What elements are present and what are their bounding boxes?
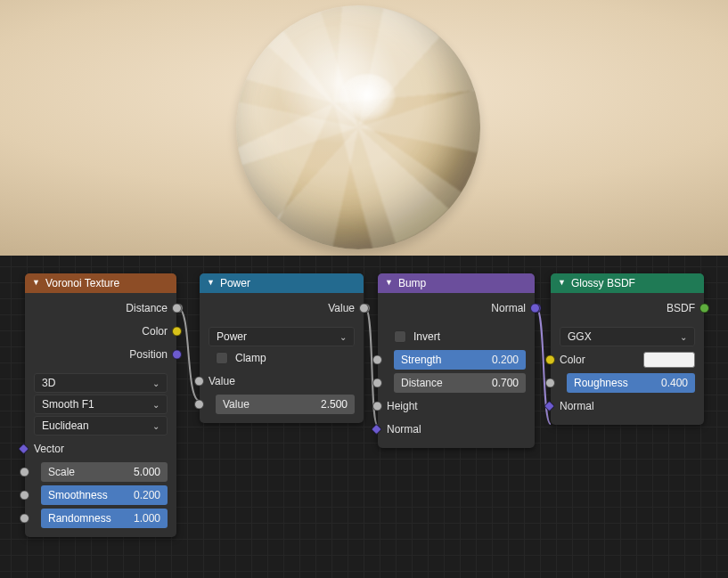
node-header[interactable]: ▼ Voronoi Texture bbox=[25, 273, 176, 293]
output-value[interactable]: Value bbox=[200, 297, 364, 320]
node-voronoi-texture[interactable]: ▼ Voronoi Texture Distance Color Positio… bbox=[25, 273, 176, 537]
collapse-icon: ▼ bbox=[32, 273, 40, 292]
node-bump[interactable]: ▼ Bump Normal Invert Strength 0.200 bbox=[378, 273, 535, 448]
input-normal[interactable]: Normal bbox=[551, 395, 704, 418]
socket-float-icon[interactable] bbox=[194, 400, 204, 410]
chevron-down-icon: ⌄ bbox=[680, 332, 687, 342]
socket-vector-icon[interactable] bbox=[530, 304, 540, 313]
chevron-down-icon: ⌄ bbox=[152, 379, 160, 388]
invert-checkbox[interactable]: Invert bbox=[387, 327, 526, 346]
socket-float-icon[interactable] bbox=[20, 491, 29, 501]
operation-select[interactable]: Power ⌄ bbox=[209, 327, 355, 346]
checkbox-icon bbox=[216, 352, 228, 364]
collapse-icon: ▼ bbox=[385, 273, 393, 292]
input-strength[interactable]: Strength 0.200 bbox=[378, 348, 535, 371]
color-swatch[interactable] bbox=[643, 352, 695, 368]
socket-float-icon[interactable] bbox=[194, 377, 204, 387]
node-title: Power bbox=[220, 273, 250, 293]
node-header[interactable]: ▼ Glossy BSDF bbox=[551, 273, 704, 293]
input-smoothness[interactable]: Smoothness 0.200 bbox=[25, 484, 176, 507]
output-position[interactable]: Position bbox=[25, 343, 176, 366]
input-color[interactable]: Color bbox=[551, 348, 704, 371]
socket-float-icon[interactable] bbox=[359, 304, 369, 313]
output-normal[interactable]: Normal bbox=[378, 297, 535, 320]
socket-shader-icon[interactable] bbox=[699, 304, 709, 313]
dimensions-select[interactable]: 3D ⌄ bbox=[34, 373, 168, 393]
node-title: Bump bbox=[398, 273, 426, 293]
collapse-icon: ▼ bbox=[207, 273, 215, 292]
input-randomness[interactable]: Randomness 1.000 bbox=[25, 507, 176, 530]
node-math-power[interactable]: ▼ Power Value Power ⌄ Clamp Value bbox=[200, 273, 364, 423]
socket-color-icon[interactable] bbox=[545, 355, 555, 365]
socket-float-icon[interactable] bbox=[20, 514, 29, 524]
distance-metric-select[interactable]: Euclidean ⌄ bbox=[34, 416, 168, 436]
feature-select[interactable]: Smooth F1 ⌄ bbox=[34, 395, 168, 414]
socket-vector-icon[interactable] bbox=[371, 424, 382, 436]
material-preview bbox=[0, 0, 728, 256]
distribution-select[interactable]: GGX ⌄ bbox=[560, 327, 695, 346]
clamp-checkbox[interactable]: Clamp bbox=[209, 348, 355, 368]
socket-float-icon[interactable] bbox=[545, 379, 555, 388]
node-glossy-bsdf[interactable]: ▼ Glossy BSDF BSDF GGX ⌄ Color Roughness bbox=[551, 273, 704, 425]
input-height[interactable]: Height bbox=[378, 395, 535, 418]
node-header[interactable]: ▼ Bump bbox=[378, 273, 535, 293]
checkbox-icon bbox=[394, 330, 406, 343]
input-value-a[interactable]: Value bbox=[200, 370, 364, 393]
socket-float-icon[interactable] bbox=[172, 304, 182, 313]
output-distance[interactable]: Distance bbox=[25, 297, 176, 320]
chevron-down-icon: ⌄ bbox=[339, 332, 347, 342]
input-vector[interactable]: Vector bbox=[25, 437, 176, 460]
socket-float-icon[interactable] bbox=[372, 402, 382, 411]
node-header[interactable]: ▼ Power bbox=[200, 273, 364, 293]
chevron-down-icon: ⌄ bbox=[152, 421, 160, 431]
node-title: Voronoi Texture bbox=[45, 273, 119, 293]
socket-vector-icon[interactable] bbox=[172, 350, 182, 360]
socket-float-icon[interactable] bbox=[372, 379, 382, 388]
input-value-b[interactable]: Value 2.500 bbox=[200, 393, 364, 416]
chevron-down-icon: ⌄ bbox=[152, 400, 160, 410]
node-editor[interactable]: ▼ Voronoi Texture Distance Color Positio… bbox=[0, 256, 728, 578]
socket-vector-icon[interactable] bbox=[18, 444, 29, 455]
socket-float-icon[interactable] bbox=[372, 355, 382, 365]
socket-vector-icon[interactable] bbox=[544, 401, 555, 412]
preview-sphere bbox=[236, 5, 480, 249]
collapse-icon: ▼ bbox=[558, 273, 566, 292]
socket-color-icon[interactable] bbox=[172, 327, 182, 337]
input-normal[interactable]: Normal bbox=[378, 418, 535, 441]
input-distance[interactable]: Distance 0.700 bbox=[378, 371, 535, 395]
output-color[interactable]: Color bbox=[25, 320, 176, 343]
socket-float-icon[interactable] bbox=[20, 468, 29, 477]
output-bsdf[interactable]: BSDF bbox=[551, 297, 704, 320]
node-title: Glossy BSDF bbox=[571, 273, 635, 293]
input-scale[interactable]: Scale 5.000 bbox=[25, 460, 176, 484]
input-roughness[interactable]: Roughness 0.400 bbox=[551, 371, 704, 395]
